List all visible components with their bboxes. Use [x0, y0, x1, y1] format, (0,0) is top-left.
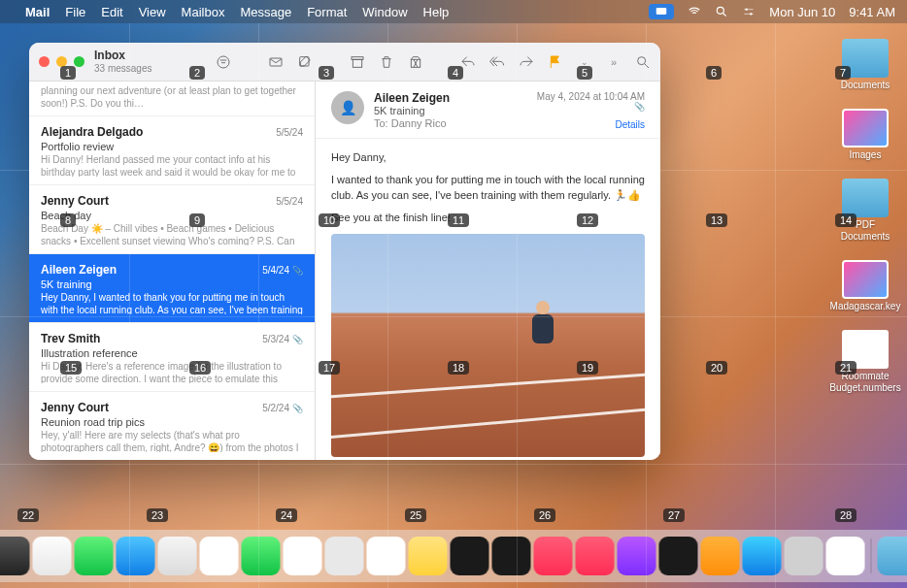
desktop-icon	[842, 330, 889, 369]
dock-store[interactable]	[743, 537, 782, 575]
dock-contacts[interactable]	[325, 537, 364, 575]
menu-format[interactable]: Format	[307, 5, 347, 19]
dock-stocks[interactable]	[659, 537, 698, 575]
menubar-time[interactable]: 9:41 AM	[849, 5, 895, 19]
screenshare-icon[interactable]	[649, 4, 674, 19]
dock-launch[interactable]	[0, 537, 30, 575]
desktop-icon	[842, 260, 889, 299]
grid-number: 25	[405, 508, 426, 522]
menu-window[interactable]: Window	[362, 5, 407, 19]
dock-iphone[interactable]	[826, 537, 865, 575]
menu-message[interactable]: Message	[240, 5, 291, 19]
menu-mailbox[interactable]: Mailbox	[182, 5, 225, 19]
maximize-button[interactable]	[74, 56, 84, 67]
avatar: 👤	[331, 91, 364, 124]
archive-icon[interactable]	[350, 54, 365, 70]
msg-preview: Hi Danny, Here's a reference image for t…	[41, 360, 303, 383]
body-line: See you at the finish line!	[331, 211, 645, 225]
desktop-item[interactable]: Roommate Budget.numbers	[831, 330, 899, 394]
menu-app[interactable]: Mail	[25, 5, 50, 19]
reader-content: Hey Danny, I wanted to thank you for put…	[316, 139, 660, 460]
dock-msg[interactable]	[75, 537, 114, 575]
msg-subject: Illustration reference	[41, 347, 303, 359]
menu-file[interactable]: File	[65, 5, 85, 19]
msg-date: 5/3/24	[262, 334, 289, 344]
reader-from: Aileen Zeigen	[374, 91, 527, 105]
forward-icon[interactable]	[519, 54, 534, 70]
dock-pod[interactable]	[618, 537, 656, 575]
envelope-icon[interactable]	[268, 54, 284, 70]
svg-point-1	[718, 7, 724, 14]
msg-subject: 5K training	[41, 278, 303, 290]
spotlight-icon[interactable]	[715, 5, 728, 18]
dock-news[interactable]	[576, 537, 615, 575]
message-item[interactable]: Jenny Court5/5/24Beach dayBeach Day ☀️ –…	[29, 185, 315, 254]
minimize-button[interactable]	[56, 56, 67, 67]
dock-photos[interactable]	[200, 537, 239, 575]
details-link[interactable]: Details	[537, 119, 645, 130]
attachment-icon: 📎	[292, 404, 303, 413]
dock-tv[interactable]	[492, 537, 531, 575]
dock-notes[interactable]	[409, 537, 448, 575]
search-icon[interactable]	[635, 54, 651, 70]
dock-music[interactable]	[534, 537, 573, 575]
msg-preview: Hi Danny! Herland passed me your contact…	[41, 153, 303, 177]
message-item[interactable]: Trev Smith5/3/24📎Illustration referenceH…	[29, 323, 315, 392]
menu-help[interactable]: Help	[423, 5, 450, 19]
desktop-icon	[842, 39, 889, 78]
junk-icon[interactable]	[408, 54, 423, 70]
mail-window: Inbox 33 messages ⌄ » planning our next …	[29, 43, 660, 460]
message-item[interactable]: Aileen Zeigen5/4/24📎5K trainingHey Danny…	[29, 254, 315, 323]
grid-number: 13	[706, 213, 727, 227]
msg-sender: Jenny Court	[41, 194, 109, 208]
grid-number: 22	[17, 508, 39, 522]
desktop-item[interactable]: Madagascar.key	[831, 260, 899, 312]
desktop-item[interactable]: Documents	[831, 39, 899, 91]
dock-reminders[interactable]	[367, 537, 406, 575]
dock-mail[interactable]	[117, 537, 155, 575]
dock-cal[interactable]	[284, 537, 322, 575]
reply-icon[interactable]	[460, 54, 476, 70]
more-icon[interactable]: »	[606, 54, 621, 70]
dock-pages[interactable]	[701, 537, 740, 575]
traffic-lights	[39, 56, 84, 67]
desktop-item[interactable]: PDF Documents	[831, 179, 899, 243]
msg-sender: Jenny Court	[41, 401, 109, 414]
menu-edit[interactable]: Edit	[101, 5, 122, 19]
trash-icon[interactable]	[379, 54, 394, 70]
menu-view[interactable]: View	[139, 5, 166, 19]
dock-ft[interactable]	[242, 537, 281, 575]
filter-icon[interactable]	[216, 54, 231, 70]
msg-sender: Alejandra Delgado	[41, 125, 143, 139]
grid-number: 23	[147, 508, 168, 522]
control-center-icon[interactable]	[742, 5, 756, 18]
msg-preview: Beach Day ☀️ – Chill vibes • Beach games…	[41, 222, 303, 245]
dock-fcp[interactable]	[451, 537, 489, 575]
body-line: I wanted to thank you for putting me in …	[331, 173, 645, 203]
svg-rect-13	[353, 59, 361, 67]
flag-icon[interactable]	[548, 54, 563, 70]
menubar-date[interactable]: Mon Jun 10	[769, 5, 835, 19]
wifi-icon[interactable]	[688, 5, 701, 18]
attachment-image[interactable]	[331, 234, 645, 457]
toolbar: ⌄ »	[216, 54, 651, 70]
svg-point-17	[638, 56, 646, 64]
desktop-label: Roommate Budget.numbers	[829, 371, 900, 394]
dock-safari[interactable]	[33, 537, 72, 575]
msg-subject: Reunion road trip pics	[41, 416, 303, 428]
close-button[interactable]	[39, 56, 50, 67]
chevron-down-icon[interactable]: ⌄	[577, 54, 592, 70]
reply-all-icon[interactable]	[489, 54, 505, 70]
dock-maps[interactable]	[158, 537, 197, 575]
desktop-item[interactable]: Images	[831, 109, 899, 161]
message-item[interactable]: Alejandra Delgado5/5/24Portfolio reviewH…	[29, 116, 315, 185]
dock-dl[interactable]	[878, 537, 908, 575]
message-item[interactable]: planning our next adventure (or at least…	[29, 82, 315, 116]
desktop-label: PDF Documents	[831, 219, 899, 243]
msg-preview: Hey, y'all! Here are my selects (that's …	[41, 429, 303, 452]
message-list[interactable]: planning our next adventure (or at least…	[29, 82, 316, 460]
svg-line-18	[645, 64, 649, 68]
message-item[interactable]: Jenny Court5/2/24📎Reunion road trip pics…	[29, 392, 315, 460]
dock-settings[interactable]	[785, 537, 823, 575]
compose-icon[interactable]	[297, 54, 313, 70]
